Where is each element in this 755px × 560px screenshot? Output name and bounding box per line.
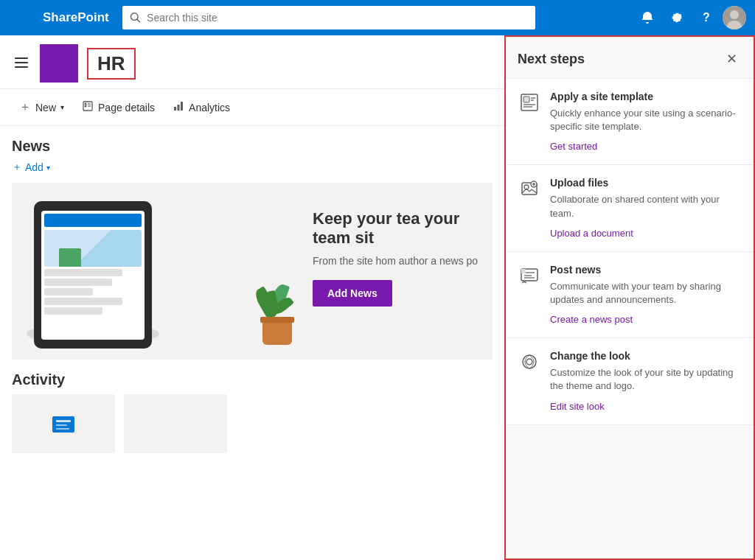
user-avatar[interactable] <box>723 6 746 29</box>
news-card-desc: From the site hom author a news po <box>313 254 481 269</box>
hamburger-button[interactable] <box>12 53 31 74</box>
step-content-template: Apply a site template Quickly enhance yo… <box>550 91 742 153</box>
step-link-upload[interactable]: Upload a document <box>550 228 633 239</box>
activity-icon-1 <box>49 409 78 438</box>
add-news-button[interactable]: Add News <box>313 280 392 307</box>
add-label: Add <box>25 161 44 173</box>
svg-rect-7 <box>15 66 28 68</box>
svg-rect-19 <box>56 428 69 430</box>
add-chevron-icon: ▾ <box>46 164 50 172</box>
tablet-device <box>34 201 152 349</box>
search-input[interactable] <box>147 12 528 24</box>
tablet-row-4 <box>44 298 122 305</box>
step-title-news: Post news <box>550 264 742 276</box>
analytics-button[interactable]: Analytics <box>165 96 237 119</box>
notifications-button[interactable] <box>634 4 661 31</box>
page-details-button[interactable]: Page details <box>74 96 162 119</box>
step-item-template: Apply a site template Quickly enhance yo… <box>506 79 754 165</box>
news-text-area: Keep your tea your team sit From the sit… <box>301 197 493 318</box>
activity-card-2 <box>124 394 227 453</box>
step-desc-look: Customize the look of your site by updat… <box>550 366 742 393</box>
news-illustration <box>12 183 336 360</box>
svg-rect-17 <box>56 420 71 422</box>
site-content: HR ＋ New ▾ Page details <box>0 35 504 560</box>
page-details-label: Page details <box>98 102 155 113</box>
site-logo <box>40 44 78 83</box>
new-label: New <box>35 102 56 113</box>
new-chevron-icon: ▾ <box>60 103 64 111</box>
help-button[interactable]: ? <box>693 4 720 31</box>
look-icon <box>518 350 541 374</box>
svg-point-3 <box>730 10 739 19</box>
svg-rect-14 <box>178 105 180 111</box>
tablet-screen <box>41 211 145 340</box>
panel-title: Next steps <box>518 52 585 67</box>
site-header: HR <box>0 35 504 89</box>
news-card: Keep your tea your team sit From the sit… <box>12 183 493 360</box>
plus-icon: ＋ <box>19 99 31 115</box>
svg-rect-13 <box>174 107 176 111</box>
settings-button[interactable] <box>664 4 690 31</box>
step-link-look[interactable]: Edit site look <box>550 401 605 412</box>
tablet-row-1 <box>44 269 122 276</box>
step-title-look: Change the look <box>550 350 742 362</box>
main-container: HR ＋ New ▾ Page details <box>0 35 755 560</box>
search-box[interactable] <box>122 6 535 29</box>
bell-icon <box>640 10 655 25</box>
gear-icon <box>669 10 684 25</box>
search-icon <box>130 12 141 24</box>
new-button[interactable]: ＋ New ▾ <box>12 95 72 119</box>
news-card-title: Keep your tea your team sit <box>313 209 481 248</box>
step-link-news[interactable]: Create a news post <box>550 314 633 325</box>
panel-header: Next steps ✕ <box>506 37 754 79</box>
step-content-upload: Upload files Collaborate on shared conte… <box>550 177 742 239</box>
step-item-look: Change the look Customize the look of yo… <box>506 338 754 424</box>
step-title-upload: Upload files <box>550 177 742 189</box>
activity-section: Activity <box>0 360 504 465</box>
step-desc-news: Communicate with your team by sharing up… <box>550 280 742 307</box>
analytics-label: Analytics <box>189 102 230 113</box>
site-toolbar: ＋ New ▾ Page details <box>0 89 504 126</box>
step-title-template: Apply a site template <box>550 91 742 102</box>
site-title: HR <box>87 48 136 80</box>
step-link-template[interactable]: Get started <box>550 141 597 152</box>
svg-point-9 <box>85 105 87 107</box>
svg-rect-6 <box>15 62 28 63</box>
activity-card-1 <box>12 394 115 453</box>
template-icon <box>518 91 541 114</box>
add-news-link[interactable]: ＋ Add ▾ <box>12 161 493 174</box>
topbar: SharePoint ? <box>0 0 755 35</box>
news-section: News ＋ Add ▾ <box>0 126 504 360</box>
question-icon: ? <box>703 11 710 24</box>
brand-label: SharePoint <box>43 10 109 25</box>
svg-rect-18 <box>56 424 67 426</box>
svg-point-11 <box>85 102 87 105</box>
step-desc-upload: Collaborate on shared content with your … <box>550 193 742 220</box>
svg-rect-36 <box>521 269 526 273</box>
topbar-actions: ? <box>634 4 746 31</box>
tablet-illustration <box>34 201 152 349</box>
next-steps-panel: Next steps ✕ Apply a site template Quick… <box>504 35 755 560</box>
hamburger-icon <box>15 57 28 68</box>
tablet-row-2 <box>44 279 112 286</box>
tablet-img-block <box>44 230 142 267</box>
panel-close-button[interactable]: ✕ <box>721 49 742 69</box>
news-post-icon <box>518 264 541 287</box>
tablet-row-5 <box>44 307 102 315</box>
activity-cards <box>12 394 493 453</box>
plant-pot <box>262 321 292 345</box>
step-desc-template: Quickly enhance your site using a scenar… <box>550 107 742 133</box>
svg-rect-15 <box>181 102 183 111</box>
step-item-upload: Upload files Collaborate on shared conte… <box>506 165 754 251</box>
page-details-icon <box>82 100 94 115</box>
activity-title: Activity <box>12 371 493 388</box>
news-title: News <box>12 138 493 155</box>
step-content-news: Post news Communicate with your team by … <box>550 264 742 326</box>
svg-point-40 <box>526 359 532 365</box>
svg-line-1 <box>137 19 139 21</box>
tablet-row-3 <box>44 288 93 295</box>
waffle-button[interactable] <box>9 4 35 31</box>
analytics-icon <box>173 100 184 115</box>
add-plus-icon: ＋ <box>12 161 22 174</box>
step-content-look: Change the look Customize the look of yo… <box>550 350 742 412</box>
